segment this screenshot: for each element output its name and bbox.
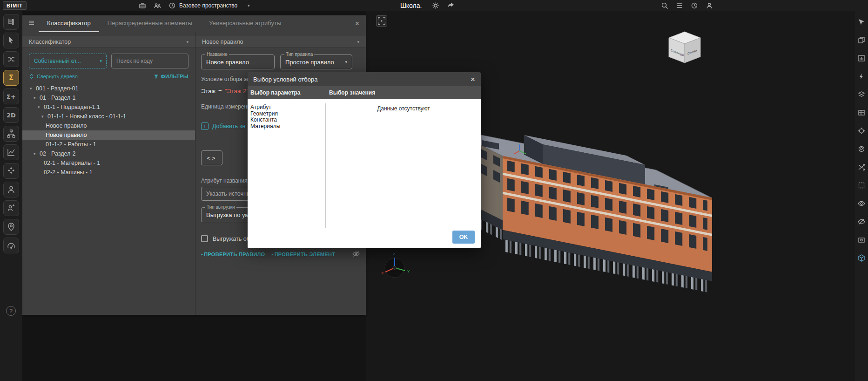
relations-icon[interactable] — [3, 51, 19, 67]
eye-off-icon[interactable] — [352, 250, 360, 259]
plus-icon: + — [201, 122, 209, 130]
viewport-focus-tool[interactable] — [376, 15, 387, 27]
user-profile-icon[interactable] — [3, 182, 19, 197]
empty-values-message: Данные отсутствуют — [326, 99, 481, 226]
visibility-eye-off-icon[interactable] — [858, 218, 866, 225]
structure-tree-icon[interactable] — [3, 126, 19, 142]
model-cube-icon[interactable] — [858, 254, 866, 262]
hamburger-icon[interactable] — [22, 20, 39, 28]
app-logo[interactable]: BIMIT — [3, 1, 27, 10]
workspace-selector[interactable]: Базовое пространство — [179, 0, 237, 11]
chart-frame-icon[interactable] — [858, 54, 866, 62]
tab-universal-attributes[interactable]: Универсальные атрибуты — [201, 15, 289, 32]
tree-item[interactable]: 02-2 - Машины - 1 — [22, 168, 195, 177]
ok-button[interactable]: OK — [452, 231, 475, 244]
grid-table-icon[interactable] — [858, 109, 866, 116]
parameter-item[interactable]: Атрибут — [250, 104, 326, 111]
search-icon[interactable] — [661, 2, 668, 9]
bounding-box-icon[interactable] — [858, 181, 866, 189]
caret-down-icon[interactable]: ▾ — [30, 86, 36, 91]
axis-gizmo[interactable]: Y X Z — [381, 252, 410, 278]
2d-view-icon[interactable]: 2D — [3, 107, 19, 123]
section-layers-icon[interactable] — [858, 90, 866, 98]
sum-rules-icon[interactable]: Σ — [3, 70, 19, 86]
section-cut-icon[interactable] — [858, 163, 866, 171]
tree-item[interactable]: Новое правило — [22, 121, 195, 130]
close-icon[interactable]: × — [471, 75, 475, 83]
select-box-icon[interactable] — [858, 18, 866, 26]
clock-icon[interactable] — [691, 2, 698, 9]
user-location-icon[interactable] — [3, 219, 19, 235]
checkbox-unchecked-icon[interactable] — [201, 235, 208, 242]
sum-add-icon[interactable]: Σ+ — [3, 88, 19, 104]
parameter-item[interactable]: Константа — [250, 117, 326, 123]
user-add-icon[interactable] — [3, 200, 19, 216]
export-type-value: Выгрузка по умо — [206, 211, 253, 218]
axis-x-label: X — [381, 271, 384, 275]
copy-layers-icon[interactable] — [858, 36, 866, 44]
user-icon[interactable] — [706, 2, 713, 9]
share-icon[interactable] — [447, 2, 454, 9]
check-element-button[interactable]: • ПРОВЕРИТЬ ЭЛЕМЕНТ — [271, 252, 335, 257]
panel-tab-bar: Классификатор Нераспределённые элементы … — [22, 15, 366, 32]
parameter-column-header: Выбор параметра — [248, 89, 326, 96]
tree-item[interactable]: ▾01-1 - Подраздел-1.1 — [22, 102, 195, 112]
tree-item[interactable]: ▾01 - Раздел-1 — [22, 93, 195, 102]
filters-button[interactable]: ФИЛЬТРЫ — [154, 74, 188, 79]
code-view-button[interactable]: <> — [201, 150, 222, 165]
parameter-item[interactable]: Геометрия — [250, 111, 326, 117]
caret-down-icon[interactable]: ▾ — [41, 114, 47, 119]
gear-icon[interactable] — [432, 2, 439, 9]
tree-item[interactable]: ▾001 - Раздел-01 — [22, 84, 195, 93]
close-icon[interactable]: × — [355, 20, 359, 28]
tree-item[interactable]: ▾01-1-1 - Новый класс - 01-1-1 — [22, 112, 195, 121]
toolbox-icon[interactable] — [139, 2, 146, 9]
bullet-icon: • — [271, 252, 273, 257]
rule-dropdown[interactable]: Новое правило ▾ — [195, 36, 366, 48]
rule-type-label: Тип правила — [284, 52, 314, 57]
project-title: Школа. — [400, 0, 422, 11]
tree-item[interactable]: ▾02 - Раздел-2 — [22, 149, 195, 158]
tree-item[interactable]: 02-1 - Материалы - 1 — [22, 158, 195, 168]
point-marker-icon[interactable] — [858, 145, 866, 153]
classifier-tree: ▾001 - Раздел-01 ▾01 - Раздел-1 ▾01-1 - … — [22, 84, 195, 177]
tree-item-selected[interactable]: Новое правило — [22, 130, 195, 140]
rule-name-input[interactable] — [206, 59, 269, 66]
caret-down-icon[interactable]: ▾ — [34, 95, 40, 100]
view-cube[interactable]: Спереди Слева — [669, 32, 700, 63]
gauge-icon[interactable] — [3, 238, 19, 253]
select-cursor-icon[interactable] — [3, 33, 19, 48]
rule-name-field: Название — [201, 54, 275, 69]
modal-column-headers: Выбор параметра Выбор значения — [248, 86, 481, 99]
rule-dropdown-label: Новое правило — [202, 39, 243, 45]
classifier-structure-icon[interactable] — [3, 14, 19, 30]
own-classifier-select[interactable]: Собственный кл... ▾ — [29, 54, 107, 68]
help-button[interactable]: ? — [6, 306, 16, 316]
hide-object-icon[interactable] — [858, 236, 866, 244]
center-target-icon[interactable] — [858, 127, 866, 135]
tab-classifier[interactable]: Классификатор — [39, 15, 99, 32]
visibility-eye-icon[interactable] — [858, 199, 866, 207]
check-rule-button[interactable]: • ПРОВЕРИТЬ ПРАВИЛО — [201, 252, 265, 257]
caret-down-icon[interactable]: ▾ — [34, 151, 40, 156]
parameter-item[interactable]: Материалы — [250, 123, 326, 130]
caret-down-icon[interactable]: ▾ — [38, 105, 44, 109]
list-menu-icon[interactable] — [676, 2, 683, 9]
team-icon[interactable] — [154, 2, 161, 9]
chevron-down-icon[interactable]: ▾ — [248, 0, 250, 11]
analytics-chart-icon[interactable] — [3, 144, 19, 160]
collapse-tree-link[interactable]: Свернуть дерево — [29, 74, 78, 79]
value-column-header: Выбор значения — [326, 89, 375, 96]
tree-item[interactable]: 01-1-2 - Работы - 1 — [22, 140, 195, 149]
history-icon[interactable] — [168, 2, 176, 9]
tree-item-label: Новое правило — [46, 122, 87, 129]
plugins-icon[interactable] — [3, 163, 19, 179]
tab-unassigned-elements[interactable]: Нераспределённые элементы — [99, 15, 201, 32]
code-search-input[interactable] — [111, 54, 188, 68]
tree-item-label: 01 - Раздел-1 — [40, 95, 75, 101]
building-model[interactable] — [447, 128, 712, 293]
classifier-dropdown[interactable]: Классификатор ▾ — [22, 36, 195, 48]
rule-type-select[interactable]: Тип правила Простое правило ▾ — [280, 54, 352, 69]
lightning-icon[interactable] — [858, 72, 866, 80]
tree-item-label: 01-1-2 - Работы - 1 — [46, 141, 96, 148]
